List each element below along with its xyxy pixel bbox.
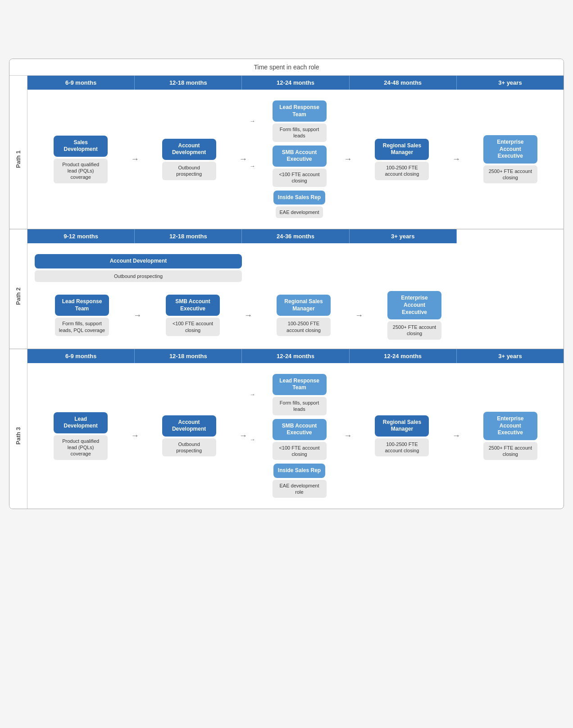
path3-isr-resp: EAE development role xyxy=(273,480,327,498)
arrow-3: → xyxy=(343,155,352,164)
path-1-header-col-3: 12-24 months xyxy=(242,76,349,90)
path-3-content: Path 3 Lead Development Product qualifie… xyxy=(9,363,564,509)
path2-eae-role: Enterprise Account Executive xyxy=(387,291,441,319)
path-2-header-col-5-empty xyxy=(457,229,564,243)
path1-smb-ae-role: SMB Account Executive xyxy=(273,146,327,167)
path2-lrt-role: Lead Response Team xyxy=(55,295,109,316)
path-3-header: 6-9 months 12-18 months 12-24 months 12-… xyxy=(9,349,564,363)
path3-lead-dev-role: Lead Development xyxy=(54,412,108,433)
path-1-label: Path 1 xyxy=(15,150,22,168)
path3-eae-resp: 2500+ FTE account closing xyxy=(483,442,537,460)
path-2-section: 9-12 months 12-18 months 24-36 months 3+… xyxy=(9,229,564,349)
path-1-section: 6-9 months 12-18 months 12-24 months 24-… xyxy=(9,76,564,229)
path3-rsm-resp: 100-2500 FTE account closing xyxy=(375,438,429,457)
career-path-chart: Time spent in each role 6-9 months 12-18… xyxy=(9,59,564,509)
path1-sales-dev-resp: Product qualified lead (PQLs) coverage xyxy=(54,159,108,183)
path-1-header-col-4: 24-48 months xyxy=(350,76,457,90)
path3-acct-dev-resp: Outbound prospecting xyxy=(162,438,216,457)
arrow-2: → xyxy=(239,155,248,164)
path1-isr-role: Inside Sales Rep xyxy=(273,191,325,205)
path3-isr-role: Inside Sales Rep xyxy=(273,464,325,478)
path1-rsm-resp: 100-2500 FTE account closing xyxy=(375,162,429,180)
path-1-header-col-5: 3+ years xyxy=(457,76,564,90)
arrow-p2-1: → xyxy=(133,311,142,320)
path-2-label-col: Path 2 xyxy=(9,243,27,348)
path-1-content: Path 1 Sales Development Product qualifi… xyxy=(9,90,564,229)
arrow-p2-3: → xyxy=(355,311,364,320)
path-1-header: 6-9 months 12-18 months 12-24 months 24-… xyxy=(9,76,564,90)
path-2-header-col-3: 24-36 months xyxy=(242,229,349,243)
path3-rsm-role: Regional Sales Manager xyxy=(375,415,429,437)
path-2-header: 9-12 months 12-18 months 24-36 months 3+… xyxy=(9,229,564,243)
path1-rsm-role: Regional Sales Manager xyxy=(375,139,429,160)
path-3-label-col: Path 3 xyxy=(9,363,27,509)
path3-lrt-role: Lead Response Team xyxy=(273,374,327,395)
path-2-content: Path 2 Account Development Outbound pros… xyxy=(9,243,564,348)
path-3-label: Path 3 xyxy=(15,427,22,445)
chart-title: Time spent in each role xyxy=(9,59,564,76)
path3-smb-ae-resp: <100 FTE account closing xyxy=(273,442,327,460)
path2-eae-resp: 2500+ FTE account closing xyxy=(387,321,441,340)
path1-sales-dev-role: Sales Development xyxy=(54,136,108,157)
path2-acct-dev-role: Account Development xyxy=(35,254,242,268)
path3-lrt-resp: Form fills, support leads xyxy=(273,397,327,415)
path-2-header-col-2: 12-18 months xyxy=(135,229,242,243)
path3-smb-ae-role: SMB Account Executive xyxy=(273,419,327,440)
arrow-4: → xyxy=(452,155,461,164)
path1-lrt-role: Lead Response Team xyxy=(273,100,327,122)
path-3-header-col-4: 12-24 months xyxy=(350,349,457,363)
arrow-1: → xyxy=(130,155,139,164)
arrow-p2-2: → xyxy=(244,311,253,320)
path-2-header-col-4: 3+ years xyxy=(350,229,457,243)
path-1-label-col: Path 1 xyxy=(9,90,27,229)
path-3-header-col-3: 12-24 months xyxy=(242,349,349,363)
path-3-section: 6-9 months 12-18 months 12-24 months 12-… xyxy=(9,349,564,509)
path1-isr-resp: EAE development xyxy=(276,206,323,218)
path2-smb-ae-role: SMB Account Executive xyxy=(166,295,220,316)
path3-lead-dev-resp: Product qualified lead (PQLs) coverage xyxy=(54,435,108,460)
path2-rsm-role: Regional Sales Manager xyxy=(277,295,331,316)
path2-smb-ae-resp: <100 FTE account closing xyxy=(166,318,220,336)
path1-smb-ae-resp: <100 FTE account closing xyxy=(273,168,327,187)
path1-eae-role: Enterprise Account Executive xyxy=(483,135,537,164)
arrow-p3-2: → xyxy=(239,431,248,441)
path1-lrt-resp: Form fills, support leads xyxy=(273,123,327,142)
arrow-p3-3: → xyxy=(343,431,352,441)
path1-acct-dev-role: Account Development xyxy=(162,139,216,160)
path1-acct-dev-resp: Outbound prospecting xyxy=(162,162,216,180)
path-2-label: Path 2 xyxy=(15,287,22,305)
path2-acct-dev-resp: Outbound prospecting xyxy=(35,270,242,282)
path2-rsm-resp: 100-2500 FTE account closing xyxy=(277,318,331,336)
path2-lrt-resp: Form fills, support leads, PQL coverage xyxy=(55,318,109,336)
arrow-p3-1: → xyxy=(130,431,139,441)
path-2-header-col-1: 9-12 months xyxy=(27,229,135,243)
path-3-header-col-2: 12-18 months xyxy=(135,349,242,363)
path-1-header-col-1: 6-9 months xyxy=(27,76,135,90)
path-1-header-col-2: 12-18 months xyxy=(135,76,242,90)
path3-acct-dev-role: Account Development xyxy=(162,415,216,437)
arrow-p3-4: → xyxy=(452,431,461,441)
path-3-header-col-5: 3+ years xyxy=(457,349,564,363)
path3-eae-role: Enterprise Account Executive xyxy=(483,412,537,440)
path1-eae-resp: 2500+ FTE account closing xyxy=(483,165,537,184)
path-3-header-col-1: 6-9 months xyxy=(27,349,135,363)
